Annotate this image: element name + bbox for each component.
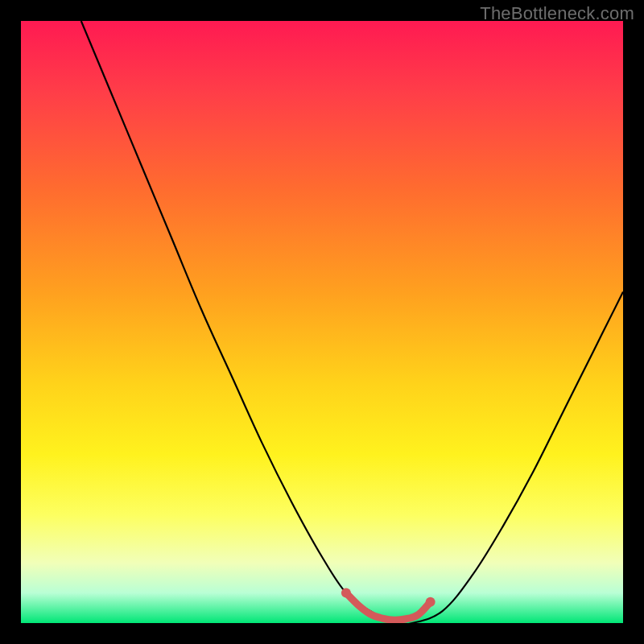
watermark-text: TheBottleneck.com xyxy=(480,3,634,24)
optimal-right-dot xyxy=(426,597,436,607)
optimal-segment-marker xyxy=(346,593,431,621)
optimal-left-dot xyxy=(341,588,351,598)
plot-area xyxy=(21,21,623,623)
curve-svg xyxy=(21,21,623,623)
bottleneck-curve xyxy=(81,21,623,623)
chart-stage: TheBottleneck.com xyxy=(0,0,644,644)
